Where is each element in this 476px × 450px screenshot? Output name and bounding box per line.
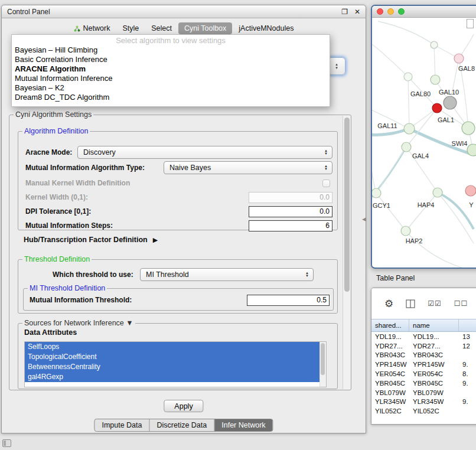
- network-node[interactable]: [454, 54, 464, 63]
- tab-jactivemodules[interactable]: jActiveMNodules: [233, 22, 299, 34]
- network-edge[interactable]: [406, 193, 438, 231]
- attribute-list-item[interactable]: TopologicalCoefficient: [25, 352, 319, 362]
- panel-sash-arrow-icon[interactable]: ◀: [362, 216, 366, 222]
- network-node[interactable]: [401, 226, 410, 236]
- network-node[interactable]: [432, 103, 442, 113]
- network-edge[interactable]: [438, 193, 474, 243]
- table-cell: YBR043C: [371, 351, 409, 358]
- network-node[interactable]: [431, 75, 440, 84]
- manual-kernel-checkbox[interactable]: [322, 180, 330, 187]
- network-node[interactable]: [433, 188, 442, 197]
- aracne-mode-label: Aracne Mode:: [25, 148, 72, 156]
- mi-threshold-field[interactable]: [247, 295, 330, 306]
- network-window-titlebar[interactable]: [372, 6, 476, 18]
- algorithm-option[interactable]: Bayesian – K2: [12, 83, 330, 93]
- tab-impute-data[interactable]: Impute Data: [94, 419, 149, 431]
- close-icon[interactable]: ✕: [354, 8, 360, 16]
- network-node[interactable]: [404, 123, 415, 134]
- sources-group-title: Sources for Network Inference ▼: [22, 319, 135, 327]
- algorithm-option[interactable]: Mutual Information Inference: [12, 74, 330, 83]
- kernel-width-field[interactable]: [249, 192, 332, 203]
- table-row[interactable]: YBL079WYBL079W: [371, 388, 476, 397]
- network-edge[interactable]: [378, 21, 434, 45]
- gear-icon[interactable]: ⚙: [384, 299, 393, 309]
- which-threshold-combobox[interactable]: MI Threshold ▲▼: [140, 268, 314, 281]
- table-cell: 9.: [459, 398, 476, 405]
- algorithm-option[interactable]: Dream8 DC_TDC Algorithm: [12, 93, 330, 102]
- zoom-traffic-light[interactable]: [398, 8, 405, 15]
- settings-scrollbar[interactable]: [343, 116, 350, 389]
- tab-label: Style: [122, 24, 139, 32]
- network-edge[interactable]: [372, 44, 408, 77]
- hub-definition-expander[interactable]: Hub/Transcription Factor Definition ▶: [24, 236, 158, 244]
- panel-tabbar: Network Style Select Cyni Toolbox jActiv…: [2, 22, 366, 34]
- tab-select[interactable]: Select: [145, 22, 178, 34]
- network-node[interactable]: [372, 188, 381, 198]
- network-edge[interactable]: [434, 45, 435, 80]
- close-traffic-light[interactable]: [377, 8, 383, 15]
- table-cell: YLR345W: [371, 398, 409, 405]
- algorithm-combobox-arrows[interactable]: ▲ ▼: [328, 57, 345, 75]
- column-header-shared-name[interactable]: shared...: [371, 319, 409, 331]
- table-row[interactable]: YIL052CYIL052C: [371, 406, 476, 416]
- apply-button[interactable]: Apply: [164, 400, 203, 412]
- which-threshold-row: Which threshold to use: MI Threshold ▲▼: [18, 268, 337, 281]
- network-node[interactable]: [402, 142, 411, 152]
- table-row[interactable]: YBR043CYBR043C: [371, 351, 476, 360]
- minimize-traffic-light[interactable]: [387, 8, 394, 15]
- threshold-definition-group: Threshold Definition Which threshold to …: [18, 259, 338, 314]
- select-unchecked-icon[interactable]: ☐☐: [454, 299, 468, 308]
- table-row[interactable]: YDR27...YDR27...12: [371, 341, 476, 351]
- network-node[interactable]: [444, 96, 457, 109]
- tab-network[interactable]: Network: [68, 22, 116, 34]
- threshold-definition-title: Threshold Definition: [22, 255, 92, 263]
- network-edge[interactable]: [372, 151, 376, 193]
- control-panel-titlebar[interactable]: Control Panel ❐ ✕: [2, 5, 366, 18]
- table-row[interactable]: YPR145WYPR145W9.: [371, 360, 476, 369]
- table-row[interactable]: YDL19...YDL19...13: [371, 332, 476, 341]
- tab-style[interactable]: Style: [116, 22, 145, 34]
- column-header-name[interactable]: name: [409, 319, 459, 331]
- network-canvas[interactable]: GAL8GAL80GAL10GAL11GAL1SWI4GAL4GCY1HAP4Y…: [372, 18, 476, 267]
- dpi-tolerance-field[interactable]: [249, 206, 332, 217]
- network-edge[interactable]: [406, 231, 463, 268]
- tab-cyni-toolbox[interactable]: Cyni Toolbox: [178, 22, 232, 34]
- panel-dock-icon[interactable]: [2, 439, 11, 447]
- table-row[interactable]: YBR045CYBR045C9.: [371, 379, 476, 388]
- table-row[interactable]: YLR345WYLR345W9.: [371, 397, 476, 407]
- network-node[interactable]: [404, 73, 412, 81]
- tab-discretize-data[interactable]: Discretize Data: [150, 419, 215, 431]
- mi-steps-field[interactable]: [249, 220, 332, 231]
- algorithm-option[interactable]: Basic Correlation Inference: [12, 55, 330, 64]
- network-edge[interactable]: [408, 77, 409, 129]
- scrollbar-thumb[interactable]: [321, 343, 325, 375]
- attribute-list-item[interactable]: BetweennessCentrality: [25, 362, 319, 372]
- network-node[interactable]: [465, 185, 476, 196]
- mi-type-combobox[interactable]: Naive Bayes ▲▼: [164, 161, 332, 174]
- attribute-list-scrollbar[interactable]: [319, 342, 326, 387]
- network-edge[interactable]: [438, 193, 474, 229]
- scrollbar-thumb[interactable]: [344, 118, 350, 292]
- canvas-corner-widget[interactable]: [467, 19, 474, 28]
- table-row[interactable]: YER054CYER054C8.: [371, 369, 476, 379]
- attribute-list-item[interactable]: SelfLoops: [25, 342, 319, 352]
- expanded-triangle-icon[interactable]: ▼: [126, 319, 133, 327]
- network-node[interactable]: [462, 122, 475, 135]
- network-edge[interactable]: [376, 147, 406, 193]
- attribute-list-item[interactable]: gal4RGexp: [25, 372, 319, 382]
- collapsed-triangle-icon[interactable]: ▶: [153, 236, 158, 244]
- select-checked-icon[interactable]: ☑☑: [428, 299, 442, 308]
- column-header-extra[interactable]: [459, 319, 476, 331]
- network-node[interactable]: [431, 41, 438, 48]
- tab-infer-network[interactable]: Infer Network: [214, 419, 272, 431]
- sources-title-text: Sources for Network Inference: [24, 319, 124, 327]
- data-attributes-list[interactable]: SelfLoopsTopologicalCoefficientBetweenne…: [24, 341, 327, 387]
- aracne-mode-combobox[interactable]: Discovery ▲▼: [77, 146, 332, 159]
- table-cell: 9.: [459, 380, 476, 387]
- columns-icon[interactable]: [406, 299, 415, 308]
- algorithm-option[interactable]: ARACNE Algorithm: [12, 64, 330, 74]
- network-node[interactable]: [467, 144, 476, 156]
- network-edge[interactable]: [376, 193, 406, 231]
- float-window-icon[interactable]: ❐: [341, 8, 348, 16]
- algorithm-option[interactable]: Bayesian – Hill Climbing: [12, 45, 330, 55]
